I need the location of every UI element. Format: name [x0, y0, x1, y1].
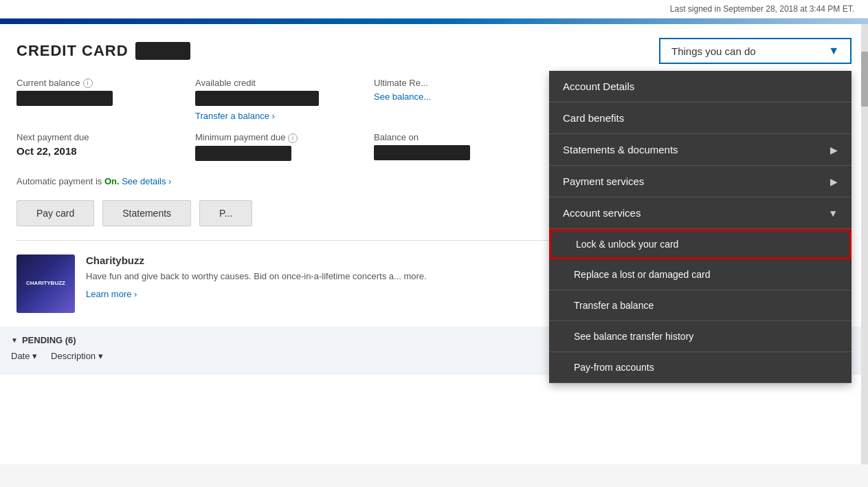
menu-item-account-details-label: Account Details — [563, 80, 634, 92]
charitybuzz-description: Have fun and give back to worthy causes.… — [86, 270, 427, 283]
pending-title-text: PENDING (6) — [22, 335, 76, 345]
current-balance-info-icon[interactable]: i — [83, 78, 93, 88]
minimum-payment-info-icon[interactable]: i — [288, 133, 298, 143]
card-title: CREDIT CARD — [16, 42, 190, 60]
statements-docs-chevron-icon: ▶ — [830, 144, 838, 155]
menu-item-payment-services[interactable]: Payment services ▶ — [549, 166, 852, 197]
transfer-balance-link[interactable]: Transfer a balance › — [195, 111, 275, 121]
current-balance-col: Current balance i — [16, 78, 181, 121]
menu-item-card-benefits[interactable]: Card benefits — [549, 102, 852, 134]
available-credit-col: Available credit Transfer a balance › — [195, 78, 360, 121]
menu-item-lock-unlock[interactable]: Lock & unlock your card — [549, 229, 852, 259]
charitybuzz-text: Charitybuzz Have fun and give back to wo… — [86, 255, 427, 313]
menu-item-replace-card[interactable]: Replace a lost or damaged card — [549, 259, 852, 290]
menu-item-account-details[interactable]: Account Details — [549, 71, 852, 102]
minimum-payment-col: Minimum payment due i — [195, 132, 360, 165]
next-payment-label: Next payment due — [16, 132, 181, 142]
pending-triangle-icon: ▼ — [11, 336, 18, 344]
menu-item-statements-docs-label: Statements & documents — [563, 144, 678, 155]
current-balance-label: Current balance i — [16, 78, 181, 88]
dropdown-menu: Account Details Card benefits Statements… — [549, 71, 852, 383]
menu-item-card-benefits-label: Card benefits — [563, 112, 624, 124]
scrollbar[interactable] — [861, 24, 868, 464]
third-action-button[interactable]: P... — [199, 200, 252, 226]
available-credit-label: Available credit — [195, 78, 360, 88]
see-details-link[interactable]: See details › — [122, 176, 171, 186]
charitybuzz-img-text: CHARITYBUZZ — [23, 277, 68, 290]
date-column-header[interactable]: Date ▾ — [11, 351, 37, 361]
pay-card-button[interactable]: Pay card — [16, 200, 94, 226]
dropdown-label: Things you can do — [671, 45, 756, 57]
menu-item-lock-unlock-label: Lock & unlock your card — [576, 239, 678, 250]
see-balance-link[interactable]: See balance... — [374, 91, 431, 102]
card-title-text: CREDIT CARD — [16, 42, 129, 60]
next-payment-value: Oct 22, 2018 — [16, 145, 181, 157]
menu-item-account-services-label: Account services — [563, 207, 641, 219]
top-bar: Last signed in September 28, 2018 at 3:4… — [0, 0, 868, 19]
menu-item-payment-services-label: Payment services — [563, 175, 644, 187]
menu-item-pay-from-label: Pay-from accounts — [574, 362, 654, 373]
charitybuzz-image: CHARITYBUZZ — [16, 255, 75, 313]
learn-more-link[interactable]: Learn more › — [86, 289, 137, 299]
charitybuzz-name: Charitybuzz — [86, 255, 427, 266]
description-column-header[interactable]: Description ▾ — [51, 351, 103, 361]
menu-item-transfer-balance-label: Transfer a balance — [574, 300, 654, 311]
main-content: CREDIT CARD Things you can do ▼ Current … — [0, 24, 868, 464]
last-signed-text: Last signed in September 28, 2018 at 3:4… — [670, 4, 854, 14]
payment-services-chevron-icon: ▶ — [830, 176, 838, 187]
menu-item-transfer-balance[interactable]: Transfer a balance — [549, 290, 852, 321]
things-you-can-do-dropdown[interactable]: Things you can do ▼ — [659, 38, 852, 64]
dropdown-arrow-icon: ▼ — [828, 45, 839, 57]
current-balance-value — [16, 91, 113, 106]
minimum-payment-label: Minimum payment due i — [195, 132, 360, 143]
menu-item-statements-docs[interactable]: Statements & documents ▶ — [549, 134, 852, 166]
card-number-masked — [135, 42, 190, 60]
auto-payment-status: On. — [104, 176, 120, 186]
minimum-payment-value — [195, 146, 291, 161]
menu-item-account-services[interactable]: Account services ▼ — [549, 197, 852, 229]
account-services-chevron-icon: ▼ — [828, 208, 838, 219]
scrollbar-thumb[interactable] — [861, 52, 868, 107]
menu-item-pay-from[interactable]: Pay-from accounts — [549, 352, 852, 383]
menu-item-balance-history[interactable]: See balance transfer history — [549, 321, 852, 352]
card-header: CREDIT CARD Things you can do ▼ — [16, 38, 852, 64]
available-credit-value — [195, 91, 319, 106]
blue-bar — [0, 19, 868, 24]
statements-button[interactable]: Statements — [102, 200, 191, 226]
menu-item-balance-history-label: See balance transfer history — [574, 331, 693, 342]
menu-item-replace-card-label: Replace a lost or damaged card — [574, 269, 710, 280]
balance-on-value — [374, 145, 470, 160]
next-payment-col: Next payment due Oct 22, 2018 — [16, 132, 181, 165]
